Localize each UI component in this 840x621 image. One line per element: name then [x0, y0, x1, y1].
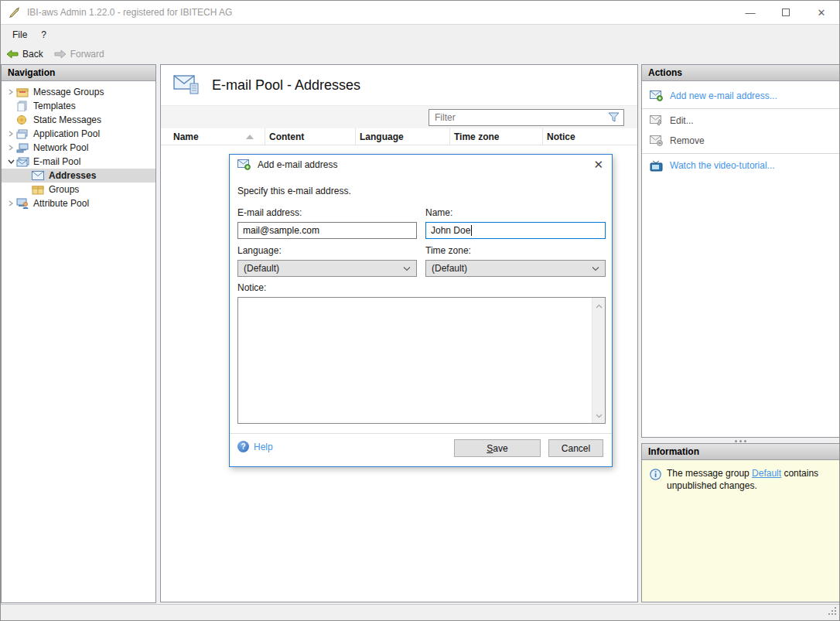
scroll-up-icon[interactable]	[596, 300, 603, 311]
chevron-right-icon[interactable]	[5, 200, 16, 206]
actions-panel: Actions Add new e-mail address... Edit..…	[641, 64, 840, 438]
default-group-link[interactable]: Default	[752, 468, 781, 479]
back-label: Back	[22, 49, 43, 60]
window-title: IBI-aws Admin 1.22.0 - registered for IB…	[27, 7, 232, 18]
sidebar-item-label: Network Pool	[33, 142, 88, 153]
action-remove[interactable]: Remove	[642, 132, 839, 149]
column-header-notice[interactable]: Notice	[543, 128, 637, 145]
save-button[interactable]: Save	[454, 439, 541, 457]
back-button[interactable]: Back	[1, 46, 49, 63]
action-watch-video-tutorial[interactable]: Watch the video-tutorial...	[642, 157, 839, 174]
chevron-down-icon	[403, 263, 411, 274]
sidebar-item-attribute-pool[interactable]: Attribute Pool	[2, 196, 155, 210]
column-header-content[interactable]: Content	[265, 128, 356, 145]
menu-help[interactable]: ?	[34, 25, 53, 44]
information-header: Information	[642, 444, 839, 460]
timezone-dropdown[interactable]: (Default)	[425, 260, 606, 277]
name-field[interactable]: John Doe	[425, 222, 606, 239]
column-label: Notice	[547, 131, 575, 142]
chevron-right-icon[interactable]	[5, 131, 16, 137]
sidebar-item-network-pool[interactable]: Network Pool	[2, 141, 155, 155]
chevron-right-icon[interactable]	[5, 89, 16, 95]
status-bar	[1, 604, 839, 620]
separator	[642, 108, 839, 109]
column-header-language[interactable]: Language	[356, 128, 450, 145]
page-title: E-mail Pool - Addresses	[212, 77, 360, 94]
sidebar-item-label: Attribute Pool	[33, 198, 89, 209]
email-addresses-icon	[173, 74, 201, 96]
resize-grip[interactable]	[828, 606, 837, 618]
add-email-icon	[237, 159, 251, 170]
email-address-input[interactable]	[243, 225, 411, 236]
sidebar-item-label: Static Messages	[33, 114, 101, 125]
name-value: John Doe	[431, 225, 470, 236]
maximize-icon	[782, 9, 790, 16]
sidebar-item-static-messages[interactable]: Static Messages	[2, 113, 155, 127]
filter-box	[429, 109, 624, 126]
chevron-down-icon[interactable]	[5, 159, 16, 165]
column-header-name[interactable]: Name	[161, 128, 265, 145]
action-label: Edit...	[670, 115, 694, 126]
static-message-icon	[16, 114, 32, 125]
dialog-close-button[interactable]: ✕	[593, 158, 603, 172]
sidebar-item-email-pool[interactable]: E-mail Pool	[2, 155, 155, 169]
column-label: Name	[173, 131, 199, 142]
filter-funnel-icon[interactable]	[608, 112, 620, 125]
filter-input[interactable]	[429, 109, 624, 126]
remove-email-icon	[650, 135, 663, 146]
main-title-row: E-mail Pool - Addresses	[161, 65, 637, 106]
column-label: Content	[269, 131, 304, 142]
forward-button[interactable]: Forward	[49, 46, 110, 63]
info-icon	[650, 469, 661, 480]
app-window-icon	[16, 129, 32, 139]
text-caret	[471, 225, 472, 236]
package-icon	[32, 184, 47, 195]
dialog-footer-divider	[230, 433, 612, 434]
sidebar-item-application-pool[interactable]: Application Pool	[2, 127, 155, 141]
close-button[interactable]: ✕	[804, 1, 839, 24]
help-link[interactable]: ? Help	[237, 441, 273, 452]
sort-ascending-icon	[246, 135, 254, 139]
sidebar-item-message-groups[interactable]: Message Groups	[2, 85, 155, 99]
sidebar-item-label: Groups	[49, 184, 79, 195]
column-label: Time zone	[454, 131, 499, 142]
action-label: Watch the video-tutorial...	[670, 160, 775, 171]
chevron-right-icon[interactable]	[5, 145, 16, 151]
email-pool-icon	[16, 157, 32, 167]
help-icon: ?	[237, 441, 249, 452]
dialog-subtitle: Specify this e-mail address.	[237, 186, 351, 196]
action-label: Remove	[670, 135, 705, 146]
column-header-timezone[interactable]: Time zone	[450, 128, 543, 145]
notice-textarea[interactable]	[237, 297, 606, 424]
cancel-label: Cancel	[562, 443, 590, 454]
back-arrow-icon	[6, 49, 19, 59]
minimize-button[interactable]: —	[732, 1, 768, 24]
menu-file[interactable]: File	[5, 25, 34, 44]
splitter-grip-icon	[735, 440, 746, 442]
language-value: (Default)	[244, 263, 279, 274]
chevron-down-icon	[592, 263, 599, 274]
dialog-title: Add e-mail address	[258, 159, 337, 170]
sidebar-item-groups[interactable]: Groups	[2, 183, 155, 196]
maximize-button[interactable]	[768, 1, 804, 24]
name-label: Name:	[425, 207, 452, 218]
add-email-icon	[650, 90, 663, 101]
language-dropdown[interactable]: (Default)	[237, 260, 417, 277]
sidebar-item-label: Templates	[33, 101, 76, 111]
title-bar[interactable]: IBI-aws Admin 1.22.0 - registered for IB…	[1, 1, 839, 24]
app-window: IBI-aws Admin 1.22.0 - registered for IB…	[0, 0, 840, 621]
forward-label: Forward	[70, 49, 104, 60]
app-logo-icon	[8, 5, 22, 19]
sidebar-item-label: Addresses	[49, 170, 96, 181]
email-address-field[interactable]	[237, 222, 417, 239]
add-email-address-dialog: Add e-mail address ✕ Specify this e-mail…	[229, 154, 613, 467]
sidebar-item-addresses[interactable]: Addresses	[2, 169, 155, 183]
sidebar-item-label: Application Pool	[33, 128, 100, 139]
action-add-new-email-address[interactable]: Add new e-mail address...	[642, 87, 839, 104]
cancel-button[interactable]: Cancel	[548, 439, 603, 457]
actions-header: Actions	[642, 65, 839, 81]
scrollbar[interactable]	[592, 298, 605, 423]
action-edit[interactable]: Edit...	[642, 112, 839, 129]
sidebar-item-templates[interactable]: Templates	[2, 99, 155, 113]
scroll-down-icon[interactable]	[596, 410, 603, 421]
